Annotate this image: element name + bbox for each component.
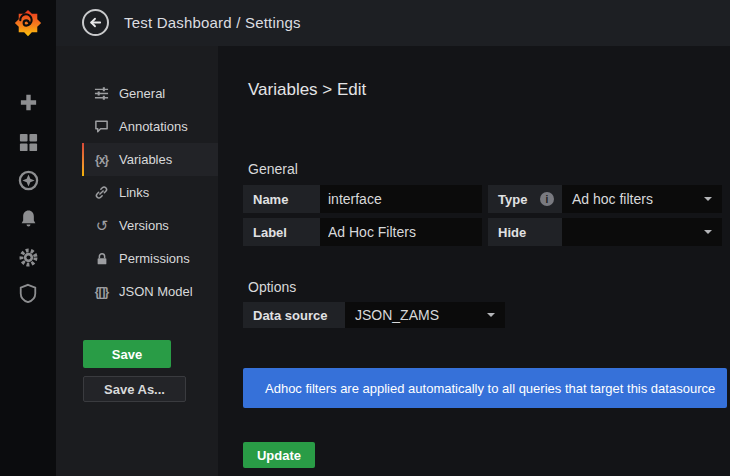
sidebar-item-label: Permissions: [119, 251, 190, 266]
json-braces-icon: {[]}: [93, 285, 110, 299]
variable-braces-icon: {x}: [93, 153, 110, 167]
server-admin-shield-icon[interactable]: [0, 280, 56, 306]
hide-field-row: Hide: [488, 218, 722, 246]
create-plus-icon[interactable]: [0, 89, 56, 115]
hide-select[interactable]: [562, 218, 722, 246]
datasource-select[interactable]: JSON_ZAMS: [345, 302, 505, 328]
sidebar-item-variables[interactable]: {x} Variables: [82, 143, 218, 176]
link-icon: [93, 185, 110, 200]
grafana-settings-page: Test Dashboard / Settings: [0, 0, 730, 476]
history-icon: ↺: [93, 217, 110, 235]
save-button[interactable]: Save: [83, 340, 171, 368]
configuration-gear-icon[interactable]: [0, 244, 56, 270]
main-content: Variables > Edit General Name Type i Ad …: [218, 46, 730, 476]
sliders-icon: [93, 86, 110, 101]
datasource-select-value: JSON_ZAMS: [355, 307, 439, 323]
topbar: Test Dashboard / Settings: [56, 0, 730, 46]
options-section-heading: Options: [248, 279, 296, 295]
name-label: Name: [243, 185, 320, 213]
hide-label: Hide: [488, 218, 562, 246]
alerting-bell-icon[interactable]: [0, 205, 56, 231]
sidebar-item-label: Annotations: [119, 119, 188, 134]
sidebar-item-json-model[interactable]: {[]} JSON Model: [82, 275, 218, 308]
adhoc-info-banner: Adhoc filters are applied automatically …: [243, 368, 727, 408]
page-title: Variables > Edit: [248, 80, 366, 100]
explore-compass-icon[interactable]: [0, 167, 56, 193]
type-label: Type i: [488, 185, 562, 213]
name-field-row: Name: [243, 185, 482, 213]
comment-icon: [93, 119, 110, 134]
type-select-value: Ad hoc filters: [572, 191, 653, 207]
back-button[interactable]: [82, 9, 109, 36]
settings-sidebar: General Annotations {x} Variables L: [56, 46, 218, 476]
info-icon[interactable]: i: [540, 192, 554, 206]
save-as-button[interactable]: Save As...: [83, 376, 186, 402]
lock-icon: [93, 252, 110, 266]
label-input[interactable]: [320, 218, 482, 246]
chevron-down-icon: [704, 230, 712, 234]
grafana-logo[interactable]: [14, 8, 42, 38]
type-field-row: Type i Ad hoc filters: [488, 185, 722, 213]
breadcrumb-title[interactable]: Test Dashboard / Settings: [124, 14, 301, 31]
sidebar-item-label: Versions: [119, 218, 169, 233]
label-label: Label: [243, 218, 320, 246]
nav-rail: [0, 0, 56, 476]
datasource-label: Data source: [243, 302, 345, 328]
info-banner-text: Adhoc filters are applied automatically …: [265, 381, 715, 396]
sidebar-item-label: JSON Model: [119, 284, 193, 299]
chevron-down-icon: [704, 197, 712, 201]
datasource-field-row: Data source JSON_ZAMS: [243, 302, 505, 328]
sidebar-item-label: Variables: [119, 152, 172, 167]
sidebar-item-general[interactable]: General: [82, 77, 218, 110]
sidebar-item-label: General: [119, 86, 165, 101]
dashboards-icon[interactable]: [0, 129, 56, 155]
sidebar-item-annotations[interactable]: Annotations: [82, 110, 218, 143]
general-section-heading: General: [248, 161, 298, 177]
sidebar-item-versions[interactable]: ↺ Versions: [82, 209, 218, 242]
sidebar-item-links[interactable]: Links: [82, 176, 218, 209]
arrow-left-icon: [88, 15, 103, 30]
sidebar-item-permissions[interactable]: Permissions: [82, 242, 218, 275]
sidebar-item-label: Links: [119, 185, 149, 200]
chevron-down-icon: [487, 313, 495, 317]
type-select[interactable]: Ad hoc filters: [562, 185, 722, 213]
label-field-row: Label: [243, 218, 482, 246]
update-button[interactable]: Update: [243, 442, 315, 468]
name-input[interactable]: [320, 185, 482, 213]
